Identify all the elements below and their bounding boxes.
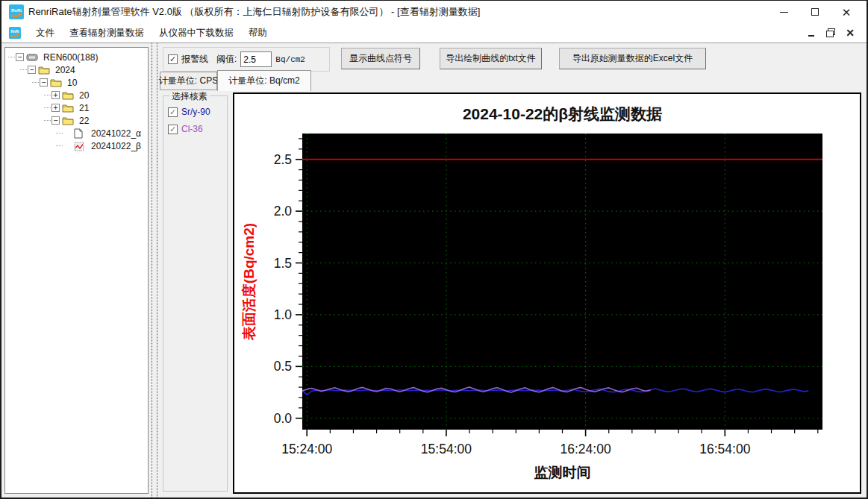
maximize-button[interactable] — [799, 2, 831, 22]
mdi-child-icon: RnRi — [9, 27, 21, 39]
tree-item-20241022_α[interactable]: 20241022_α — [5, 127, 148, 139]
tree-collapse-icon[interactable]: − — [40, 78, 48, 87]
tree-item-REN600(188)[interactable]: −REN600(188) — [5, 51, 148, 63]
device-tree-panel: −REN600(188)−2024−10+20+21−2220241022_α2… — [4, 47, 149, 494]
nuclide-checkbox[interactable]: ✓ — [168, 125, 178, 134]
y-tick-label: 1.0 — [274, 307, 293, 322]
y-tick-label: 2.0 — [274, 204, 293, 219]
panel-splitter[interactable] — [152, 43, 157, 499]
tree-collapse-icon[interactable]: − — [16, 53, 24, 61]
main-area: −REN600(188)−2024−10+20+21−2220241022_α2… — [1, 43, 867, 499]
tree-item-2024[interactable]: −2024 — [5, 63, 148, 76]
svg-text:RnRi: RnRi — [10, 30, 19, 34]
tree-item-10[interactable]: −10 — [5, 76, 148, 89]
tree-item-label: 2024 — [54, 65, 77, 75]
mdi-restore-button[interactable] — [826, 28, 835, 37]
tree-connector — [56, 145, 63, 146]
nuclide-label: Cl-36 — [181, 124, 203, 134]
tree-connector — [44, 107, 51, 108]
menu-bar: RnRi 文件 查看辐射测量数据 从仪器中下载数据 帮助 ✕ — [1, 23, 867, 43]
tree-connector — [56, 133, 63, 134]
chart-panel: 0.00.51.01.52.02.515:24:0015:54:0016:24:… — [233, 92, 861, 494]
nuclide-item-Cl-36[interactable]: ✓Cl-36 — [168, 124, 223, 134]
tree-item-22[interactable]: −22 — [5, 114, 148, 127]
monitoring-chart: 0.00.51.01.52.02.515:24:0015:54:0016:24:… — [234, 94, 860, 492]
menu-view-measurement-data[interactable]: 查看辐射测量数据 — [62, 24, 152, 43]
tab-unit-bqcm2[interactable]: 计量单位: Bq/cm2 — [217, 70, 311, 91]
folder-icon — [50, 78, 63, 88]
menu-help[interactable]: 帮助 — [241, 24, 275, 43]
tree-collapse-icon[interactable]: − — [28, 66, 36, 74]
mdi-minimize-icon — [808, 35, 814, 37]
y-tick-label: 0.5 — [274, 359, 292, 374]
folder-icon — [62, 116, 75, 126]
nuclide-checkbox[interactable]: ✓ — [168, 107, 178, 117]
tree-item-label: REN600(188) — [42, 52, 99, 63]
close-button[interactable]: ✕ — [831, 2, 862, 22]
x-tick-label: 15:54:00 — [421, 442, 472, 456]
window-title: RenriRate辐射剂量管理软件 V2.0版 （版权所有：上海仁日辐射防护设备… — [28, 5, 480, 19]
tree-collapse-icon[interactable]: − — [51, 116, 60, 125]
mdi-window-controls: ✕ — [807, 28, 862, 37]
device-icon — [26, 52, 39, 63]
tree-expand-icon[interactable]: + — [51, 104, 60, 112]
tree-item-label: 10 — [66, 78, 78, 88]
tree-connector — [32, 82, 39, 83]
window-controls: ✕ — [768, 2, 862, 22]
plot-background — [302, 134, 822, 430]
menu-file[interactable]: 文件 — [28, 24, 62, 43]
x-tick-label: 15:24:00 — [281, 442, 332, 456]
alarm-line-label: 报警线 — [181, 53, 208, 66]
tree-connector — [44, 95, 51, 95]
y-tick-label: 0.0 — [274, 411, 293, 426]
tree-item-20241022_β[interactable]: 20241022_β — [5, 139, 148, 152]
threshold-input[interactable] — [240, 51, 272, 67]
minimize-button[interactable] — [768, 2, 799, 22]
document-icon — [74, 128, 87, 139]
menu-download-from-instrument[interactable]: 从仪器中下载数据 — [152, 24, 241, 43]
tree-connector — [44, 120, 51, 121]
mdi-minimize-button[interactable] — [807, 28, 816, 37]
folder-icon — [62, 103, 75, 113]
y-tick-label: 1.5 — [274, 256, 292, 271]
chart-file-icon — [74, 141, 87, 151]
x-axis-title: 监测时间 — [534, 465, 591, 480]
title-bar: RnRi RenriRate辐射剂量管理软件 V2.0版 （版权所有：上海仁日辐… — [1, 1, 867, 23]
app-logo-icon: RnRi — [9, 4, 24, 19]
tree-item-label: 21 — [78, 103, 90, 113]
tree-item-label: 20241022_α — [90, 128, 143, 139]
tree-item-20[interactable]: +20 — [5, 89, 148, 101]
y-axis-title: 表面活度(Bq/cm2) — [241, 223, 257, 341]
tree-item-label: 20241022_β — [90, 141, 143, 151]
nuclide-label: Sr/y-90 — [181, 107, 210, 117]
tree-connector — [20, 69, 27, 70]
nuclide-selection-group: 选择核素 ✓Sr/y-90✓Cl-36 — [163, 95, 228, 492]
alarm-line-group: ✓ 报警线 阈值: Bq/cm2 — [163, 47, 330, 72]
tree-item-label: 20 — [78, 90, 90, 101]
x-tick-label: 16:24:00 — [561, 442, 611, 456]
svg-text:RnRi: RnRi — [11, 8, 22, 13]
tree-item-label: 22 — [78, 116, 90, 126]
y-tick-label: 2.5 — [274, 152, 292, 167]
mdi-close-button[interactable]: ✕ — [846, 28, 855, 37]
export-raw-excel-button[interactable]: 导出原始测量数据的Excel文件 — [559, 48, 706, 69]
minimize-icon — [780, 12, 788, 13]
app-window: RnRi RenriRate辐射剂量管理软件 V2.0版 （版权所有：上海仁日辐… — [0, 0, 868, 499]
x-tick-label: 16:54:00 — [699, 442, 750, 456]
tree-item-21[interactable]: +21 — [5, 101, 148, 114]
alarm-line-checkbox[interactable]: ✓ — [168, 54, 178, 64]
folder-icon — [38, 65, 51, 75]
close-icon: ✕ — [842, 7, 852, 18]
folder-icon — [62, 90, 75, 101]
tab-unit-cps[interactable]: 计量单位: CPS — [160, 72, 217, 90]
tree-connector — [8, 57, 15, 57]
nuclide-item-Sr/y-90[interactable]: ✓Sr/y-90 — [168, 107, 223, 117]
threshold-unit-label: Bq/cm2 — [275, 55, 305, 64]
tree-expand-icon[interactable]: + — [51, 91, 60, 99]
show-curve-points-button[interactable]: 显示曲线点符号 — [341, 48, 420, 69]
export-curve-txt-button[interactable]: 导出绘制曲线的txt文件 — [440, 48, 542, 69]
chart-title: 2024-10-22的β射线监测数据 — [463, 105, 662, 122]
threshold-label: 阈值: — [216, 53, 237, 66]
nuclide-group-title: 选择核素 — [169, 90, 210, 103]
maximize-icon — [811, 8, 819, 16]
